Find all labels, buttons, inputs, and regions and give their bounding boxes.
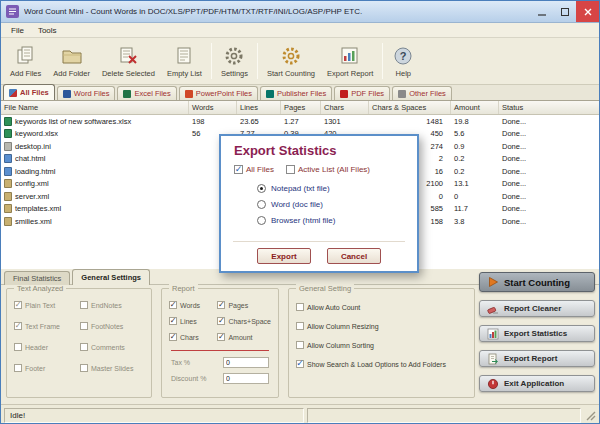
exit-application-button[interactable]: Exit Application [479,375,595,392]
start-counting-gear-icon [280,45,302,67]
excel-file-icon [4,117,12,126]
tab-label: Publisher Files [277,89,326,98]
checkbox-chars-space[interactable]: Chars+Space [217,317,271,325]
checkbox-show-search-load-options[interactable]: Show Search & Load Options to Add Folder… [296,360,467,368]
column-header-status[interactable]: Status [499,101,599,114]
tab-powerpoint-files[interactable]: PowerPoint Files [179,86,258,100]
column-header-chars-spaces[interactable]: Chars & Spaces [369,101,451,114]
checkbox-header: Header [14,343,78,351]
file-name-cell: smilies.xml [1,215,189,228]
chars-cell: 1301 [321,115,369,128]
toolbar-delete-selected[interactable]: Delete Selected [96,40,161,82]
minimize-button[interactable] [530,1,553,22]
maximize-button[interactable] [553,1,576,22]
amount-cell: 0.2 [451,165,499,178]
column-header-pages[interactable]: Pages [281,101,321,114]
checkbox-label: Comments [91,344,125,351]
empty-list-icon [173,45,195,67]
checkbox-label: EndNotes [91,302,122,309]
notepad-radio[interactable]: Notepad (txt file) [257,184,417,193]
status-bar: Idle! [1,404,599,424]
radio-label: Word (doc file) [271,200,323,209]
xml-file-icon [4,179,12,188]
all-files-checkbox[interactable]: All Files [234,165,274,174]
table-row[interactable]: keywords list of new softwares.xlsx 198 … [1,115,599,128]
word-radio[interactable]: Word (doc file) [257,200,417,209]
tab-final-statistics[interactable]: Final Statistics [4,271,70,285]
active-list-checkbox[interactable]: Active List (All Files) [286,165,370,174]
export-report-button[interactable]: Export Report [479,350,595,367]
svg-text:?: ? [400,50,407,62]
cancel-button[interactable]: Cancel [327,248,381,264]
status-cell: Done... [499,215,599,228]
column-header-lines[interactable]: Lines [237,101,281,114]
export-button[interactable]: Export [257,248,311,264]
add-folder-icon [61,45,83,67]
tab-excel-files[interactable]: Excel Files [117,86,176,100]
menu-file[interactable]: File [4,25,31,36]
button-label: Report Cleaner [504,304,561,313]
xml-file-icon [4,217,12,226]
toolbar-export-report[interactable]: Export Report [321,40,379,82]
checkbox-icon [169,333,177,341]
dialog-title: Export Statistics [221,136,417,165]
checkbox-allow-column-sorting[interactable]: Allow Column Sorting [296,341,467,349]
column-header-chars[interactable]: Chars [321,101,369,114]
start-counting-button[interactable]: Start Counting [479,272,595,292]
tax-input[interactable] [223,357,269,368]
add-files-icon [15,45,37,67]
toolbar-settings[interactable]: Settings [215,40,254,82]
tab-pdf-files[interactable]: PDF Files [334,86,390,100]
toolbar-separator [257,43,258,79]
dialog-footer: Export Cancel [233,241,405,264]
file-name-cell: templates.xml [1,203,189,216]
checkbox-allow-column-resizing[interactable]: Allow Column Resizing [296,322,467,330]
checkbox-amount[interactable]: Amount [217,333,271,341]
discount-input[interactable] [223,373,269,384]
toolbar-start-counting[interactable]: Start Counting [261,40,321,82]
toolbar-separator [211,43,212,79]
window-title: Word Count Mini - Count Words in DOC/XLS… [24,7,530,16]
close-icon [583,7,593,17]
delete-selected-icon [117,45,139,67]
browser-radio[interactable]: Browser (html file) [257,216,417,225]
checkbox-allow-auto-count[interactable]: Allow Auto Count [296,303,467,311]
group-title: Report [169,284,198,293]
document-export-icon [487,353,499,365]
status-cell: Done... [499,178,599,191]
toolbar-add-folder[interactable]: Add Folder [47,40,96,82]
column-header-file-name[interactable]: File Name [1,101,189,114]
checkbox-chars[interactable]: Chars [169,333,215,341]
resize-grip[interactable] [584,409,596,421]
ini-file-icon [4,142,12,151]
amount-cell: 5.6 [451,128,499,141]
settings-tabs: Final Statistics General Settings [4,269,150,285]
toolbar-add-files[interactable]: Add Files [4,40,47,82]
publisher-file-icon [266,90,274,98]
checkbox-label: Lines [180,318,197,325]
column-header-amount[interactable]: Amount [451,101,499,114]
checkbox-pages[interactable]: Pages [217,301,271,309]
toolbar-label: Settings [221,69,248,78]
checkbox-words[interactable]: Words [169,301,215,309]
checkbox-label: Text Frame [25,323,60,330]
checkbox-icon [80,322,88,330]
checkbox-icon [14,343,22,351]
checkbox-icon [296,341,304,349]
tab-all-files[interactable]: All Files [3,84,55,100]
tab-other-files[interactable]: Other Files [392,86,452,100]
tab-general-settings[interactable]: General Settings [72,269,150,285]
menu-tools[interactable]: Tools [31,25,64,36]
toolbar-label: Empty List [167,69,202,78]
toolbar-help[interactable]: ? Help [386,40,420,82]
column-header-words[interactable]: Words [189,101,237,114]
tab-word-files[interactable]: Word Files [57,86,116,100]
toolbar-empty-list[interactable]: Empty List [161,40,208,82]
amount-cell: 13.1 [451,178,499,191]
radio-icon [257,216,266,225]
export-statistics-button[interactable]: Export Statistics [479,325,595,342]
tab-publisher-files[interactable]: Publisher Files [260,86,332,100]
report-cleaner-button[interactable]: Report Cleaner [479,300,595,317]
checkbox-lines[interactable]: Lines [169,317,215,325]
close-button[interactable] [576,1,599,22]
